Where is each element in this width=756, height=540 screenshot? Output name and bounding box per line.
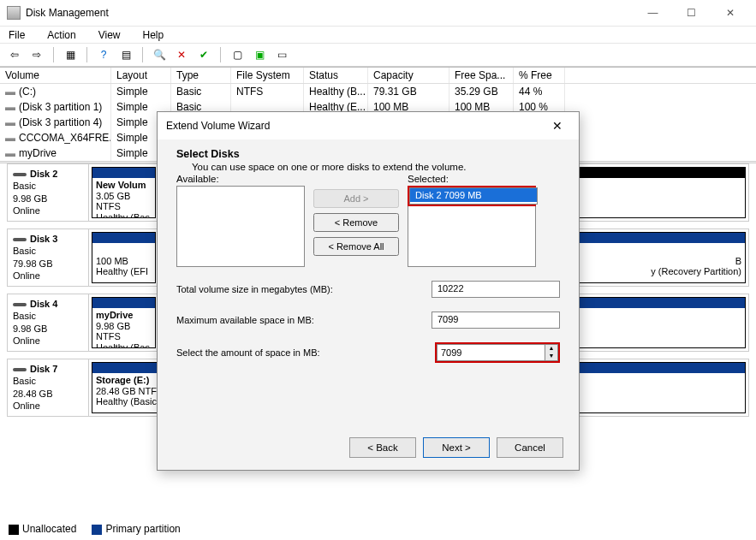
available-list[interactable] [176, 186, 305, 267]
col-fs[interactable]: File System [231, 68, 304, 83]
partition[interactable]: myDrive 9.98 GB NTFS Healthy (Bas [92, 297, 156, 348]
app-icon [7, 6, 21, 20]
total-size-value: 10222 [432, 281, 560, 298]
next-button[interactable]: Next > [423, 437, 490, 458]
vol-name: (C:) [0, 84, 111, 99]
toolbar: ⇦ ⇨ ▦ ? ▤ 🔍 ✕ ✔ ▢ ▣ ▭ [0, 43, 756, 67]
cancel-button[interactable]: Cancel [497, 437, 563, 458]
extend-volume-dialog: Extend Volume Wizard ✕ Select Disks You … [157, 111, 580, 471]
spin-down-icon[interactable]: ▼ [545, 353, 557, 360]
max-space-label: Maximum available space in MB: [176, 315, 314, 325]
menu-help[interactable]: Help [140, 27, 168, 43]
dialog-subtext: You can use space on one or more disks t… [176, 160, 560, 172]
close-button[interactable]: ✕ [711, 1, 749, 25]
dialog-heading: Select Disks [176, 148, 560, 160]
col-capacity[interactable]: Capacity [368, 68, 449, 83]
forward-icon[interactable]: ⇨ [27, 45, 46, 64]
disk-icon [13, 368, 27, 371]
selected-list-rest[interactable] [408, 206, 536, 267]
calendar-icon[interactable]: ▤ [116, 45, 135, 64]
col-pct[interactable]: % Free [514, 68, 565, 83]
dialog-titlebar: Extend Volume Wizard ✕ [158, 112, 579, 139]
remove-all-button[interactable]: < Remove All [313, 237, 399, 256]
disk-icon [13, 173, 27, 176]
swatch-unallocated [9, 525, 19, 535]
amount-spinner[interactable]: ▲ ▼ [435, 342, 560, 363]
refresh-icon[interactable]: 🔍 [150, 45, 169, 64]
menu-view[interactable]: View [95, 27, 124, 43]
disk-icon [13, 303, 27, 306]
table-row[interactable]: (C:) Simple Basic NTFS Healthy (B... 79.… [0, 84, 756, 99]
legend: Unallocated Primary partition [9, 523, 181, 535]
add-button[interactable]: Add > [313, 189, 399, 208]
partition[interactable]: 100 MB Healthy (EFI [92, 232, 156, 283]
menu-file[interactable]: File [5, 27, 28, 43]
swatch-primary [92, 525, 102, 535]
remove-button[interactable]: < Remove [313, 213, 399, 232]
new-icon[interactable]: ▢ [228, 45, 247, 64]
total-size-label: Total volume size in megabytes (MB): [176, 284, 333, 294]
action-icon[interactable]: ▣ [250, 45, 269, 64]
col-status[interactable]: Status [304, 68, 368, 83]
dialog-close-button[interactable]: ✕ [545, 119, 570, 133]
back-button[interactable]: < Back [349, 437, 416, 458]
spin-up-icon[interactable]: ▲ [545, 345, 557, 353]
selected-label: Selected: [408, 174, 536, 184]
back-icon[interactable]: ⇦ [5, 45, 24, 64]
maximize-button[interactable]: ☐ [672, 1, 711, 25]
amount-input[interactable] [437, 344, 545, 361]
partition[interactable]: New Volum 3.05 GB NTFS Healthy (Bas [92, 167, 156, 218]
col-volume[interactable]: Volume [0, 68, 111, 83]
table-header: Volume Layout Type File System Status Ca… [0, 68, 756, 84]
disk-icon [13, 238, 27, 241]
col-type[interactable]: Type [171, 68, 231, 83]
col-layout[interactable]: Layout [111, 68, 171, 83]
selected-item[interactable]: Disk 2 7099 MB [410, 188, 537, 202]
available-label: Available: [176, 174, 305, 184]
minimize-button[interactable]: — [634, 1, 672, 25]
dialog-title: Extend Volume Wizard [166, 120, 545, 132]
help-icon[interactable]: ? [94, 45, 113, 64]
max-space-value: 7099 [432, 312, 560, 329]
col-free[interactable]: Free Spa... [449, 68, 514, 83]
check-icon[interactable]: ✔ [194, 45, 213, 64]
amount-label: Select the amount of space in MB: [176, 347, 320, 358]
delete-icon[interactable]: ✕ [172, 45, 191, 64]
window-title: Disk Management [26, 7, 634, 19]
menubar: File Action View Help [0, 26, 756, 43]
view-icon[interactable]: ▦ [61, 45, 80, 64]
menu-action[interactable]: Action [44, 27, 79, 43]
selected-list[interactable]: Disk 2 7099 MB [409, 187, 538, 205]
titlebar: Disk Management — ☐ ✕ [0, 0, 756, 26]
properties-icon[interactable]: ▭ [272, 45, 291, 64]
